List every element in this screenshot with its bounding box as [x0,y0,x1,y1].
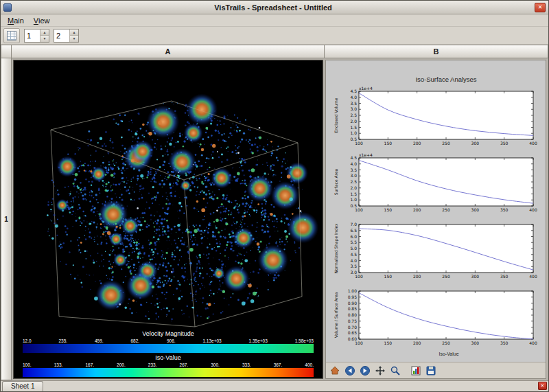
svg-text:350: 350 [500,341,509,345]
svg-text:Enclosed Volume: Enclosed Volume [334,97,338,132]
svg-text:300: 300 [471,141,480,146]
svg-text:150: 150 [384,141,393,146]
cell-a1: Velocity Magnitude 12.0235.459.682.906.1… [13,60,323,379]
svg-text:1.5: 1.5 [350,125,357,130]
svg-text:Normalized Shape Index: Normalized Shape Index [334,223,339,274]
svg-text:250: 250 [442,274,450,279]
column-header-a[interactable]: A [12,45,325,58]
colorbar-tick-label: 133. [54,362,63,368]
colorbar-tick-label: 400. [305,362,314,368]
svg-text:x1e+4: x1e+4 [359,86,373,91]
colorbar-tick-label: 1.58e+03 [295,338,314,344]
svg-text:400: 400 [529,141,537,146]
titlebar[interactable]: VisTrails - Spreadsheet - Untitled ✕ [1,1,548,14]
spreadsheet-area: A B 1 Velocity Magnitude 12.0235.459.682… [1,45,548,380]
subplot-normalized-shape-index: 3.03.54.04.55.05.56.06.57.01001502002503… [331,218,539,284]
svg-text:0.75: 0.75 [348,319,358,323]
cell-b1-wrap: Iso-Surface Analyses 0.51.01.52.02.53.03… [325,58,548,380]
back-button[interactable] [344,364,358,378]
svg-text:200: 200 [413,274,421,279]
toolbar: ▲ ▼ ▲ ▼ [1,27,548,45]
sheet-body: 1 Velocity Magnitude 12.0235.459.682.906… [1,58,548,380]
col-count-spinbox: ▲ ▼ [54,29,79,43]
forward-button[interactable] [359,364,373,378]
subplots-button[interactable] [410,364,423,378]
svg-text:250: 250 [442,207,450,212]
svg-text:2.5: 2.5 [350,179,357,184]
subplots-icon [410,365,423,376]
svg-text:350: 350 [500,274,509,279]
svg-text:6.0: 6.0 [350,234,357,239]
velocity-colorbar-gradient [23,344,314,353]
colorbar-tick-label: 682. [130,338,139,344]
colorbar-tick-label: 167. [85,362,94,368]
svg-text:100: 100 [355,141,363,146]
svg-text:3.5: 3.5 [350,101,357,106]
menu-main[interactable]: Main [3,16,29,25]
svg-text:150: 150 [384,341,393,345]
svg-text:100: 100 [355,207,363,212]
colorbar-tick-label: 100. [23,362,32,368]
col-count-down-button[interactable]: ▼ [70,35,78,42]
home-icon [329,365,342,376]
isovalue-colorbar-ticks: 100.133.167.200.233.267.300.333.367.400. [23,362,314,368]
save-button[interactable] [425,364,439,378]
window-title: VisTrails - Spreadsheet - Untitled [12,3,535,12]
colorbar-tick-label: 200. [117,362,126,368]
menubar: Main View [1,14,548,27]
subplot-stack: 0.51.01.52.02.53.03.54.04.51001502002503… [326,85,546,351]
svg-text:300: 300 [471,341,480,345]
row-count-down-button[interactable]: ▼ [40,35,49,42]
volume-rendering-canvas[interactable] [15,61,321,329]
svg-text:x1e+4: x1e+4 [359,152,373,157]
svg-text:3.0: 3.0 [350,173,357,178]
open-sheet-button[interactable] [3,28,20,43]
row-count-up-button[interactable]: ▲ [40,30,49,36]
svg-text:400: 400 [529,341,537,345]
svg-text:250: 250 [442,341,450,345]
svg-text:4.0: 4.0 [350,161,357,166]
svg-text:0.80: 0.80 [348,312,358,317]
spreadsheet-icon [7,31,16,41]
svg-text:350: 350 [500,141,509,146]
column-header-b[interactable]: B [325,45,548,58]
row-count-spinbox: ▲ ▼ [24,29,49,43]
row-header-1[interactable]: 1 [1,58,12,380]
col-count-up-button[interactable]: ▲ [70,30,78,36]
colorbar-tick-label: 1.35e+03 [249,338,268,344]
zoom-button[interactable] [389,364,403,378]
vistrails-spreadsheet-window: VisTrails - Spreadsheet - Untitled ✕ Mai… [0,0,549,392]
svg-text:300: 300 [471,274,480,279]
svg-text:300: 300 [471,207,480,212]
window-close-icon[interactable]: ✕ [535,3,546,12]
colorbar-tick-label: 333. [242,362,251,368]
svg-text:4.5: 4.5 [350,252,357,257]
svg-text:3.5: 3.5 [350,168,357,172]
colorbar-tick-label: 459. [95,338,104,344]
colorbar-tick-label: 233. [148,362,157,368]
svg-text:0.95: 0.95 [348,295,358,299]
pan-icon [375,365,387,376]
svg-text:3.0: 3.0 [350,106,357,111]
pan-button[interactable] [374,364,388,378]
window-icon [3,3,12,12]
svg-text:350: 350 [500,207,509,212]
svg-text:250: 250 [442,141,450,146]
col-count-input[interactable] [54,30,69,42]
isovalue-colorbar-gradient [23,368,314,377]
svg-text:1.0: 1.0 [350,130,357,135]
svg-text:5.0: 5.0 [350,246,357,251]
menu-view[interactable]: View [29,16,55,25]
home-button[interactable] [329,364,342,378]
colorbar-tick-label: 906. [167,338,176,344]
subplot-surface-area: 0.51.01.52.02.53.03.54.04.51001502002503… [331,152,539,218]
row-count-input[interactable] [25,30,40,42]
tab-sheet-1[interactable]: Sheet 1 [2,381,43,391]
tabbar-close-icon[interactable]: ✕ [538,382,547,390]
svg-text:2.0: 2.0 [350,119,357,124]
forward-icon [360,365,372,376]
corner-header[interactable] [1,45,12,58]
svg-text:150: 150 [384,274,393,279]
x-axis-label: Iso-Value [326,351,546,356]
subplot-volume-per-surface-area: 0.600.650.700.750.800.850.900.951.001001… [331,285,539,351]
